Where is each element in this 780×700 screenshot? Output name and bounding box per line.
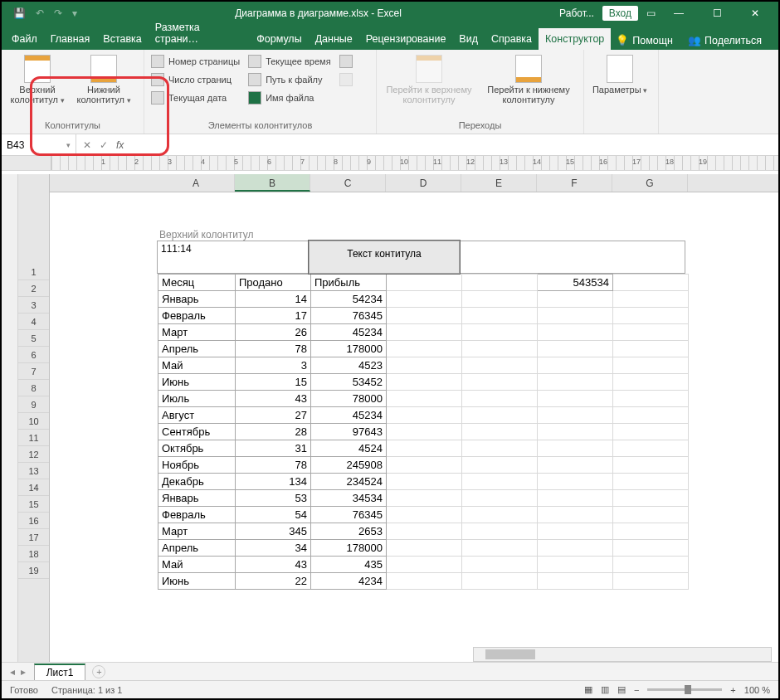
goto-top-button: Перейти к верхнему колонтитулу: [383, 55, 475, 105]
undo-icon[interactable]: ↶: [36, 7, 44, 19]
header-section-label: Верхний колонтитул: [158, 229, 778, 241]
row-header[interactable]: 13: [18, 463, 49, 479]
row-header[interactable]: 7: [18, 363, 49, 380]
view-layout-icon[interactable]: ▥: [601, 684, 609, 695]
header-top-button[interactable]: Верхний колонтитул: [8, 55, 66, 105]
zoom-out-button[interactable]: −: [634, 685, 639, 695]
page-top-icon: [24, 55, 51, 83]
zoom-slider[interactable]: [647, 688, 722, 691]
row-header[interactable]: 2: [18, 280, 49, 297]
close-button[interactable]: ✕: [740, 7, 770, 19]
qat-more-icon[interactable]: ▾: [72, 7, 77, 19]
col-header-F[interactable]: F: [537, 174, 612, 192]
page-number-button[interactable]: Номер страницы: [151, 55, 240, 68]
tab-home[interactable]: Главная: [44, 28, 97, 50]
mode-label: Работ...: [559, 7, 594, 19]
row-header[interactable]: 11: [18, 430, 49, 446]
row-header[interactable]: 5: [18, 330, 49, 347]
file-name-button[interactable]: Имя файла: [248, 91, 330, 105]
page-count-button[interactable]: Число страниц: [151, 73, 240, 86]
group-label-headers: Колонтитулы: [8, 120, 137, 132]
options-icon: [607, 55, 633, 83]
header-boxes[interactable]: 111:14 Текст контитула: [158, 241, 778, 274]
col-header-D[interactable]: D: [386, 174, 461, 192]
col-header-B[interactable]: B: [235, 174, 310, 192]
file-path-button[interactable]: Путь к файлу: [248, 73, 330, 86]
view-normal-icon[interactable]: ▦: [584, 684, 592, 695]
tab-review[interactable]: Рецензирование: [359, 28, 453, 50]
col-header-G[interactable]: G: [612, 174, 688, 192]
tab-view[interactable]: Вид: [452, 28, 485, 50]
zoom-in-button[interactable]: +: [730, 685, 735, 695]
row-header[interactable]: 15: [18, 496, 49, 513]
login-button[interactable]: Вход: [602, 6, 638, 21]
zoom-value[interactable]: 100 %: [744, 685, 770, 695]
tab-help[interactable]: Справка: [485, 28, 539, 50]
row-header[interactable]: 9: [18, 396, 49, 413]
status-ready: Готово: [10, 685, 38, 695]
picture-icon: [339, 55, 353, 68]
share-icon: 👥: [688, 34, 701, 46]
status-page: Страница: 1 из 1: [51, 685, 123, 695]
add-sheet-button[interactable]: +: [92, 665, 105, 678]
col-header-A[interactable]: A: [158, 174, 235, 192]
picture-button[interactable]: [339, 55, 353, 68]
tab-design[interactable]: Конструктор: [539, 28, 611, 50]
titlebar: 💾 ↶ ↷ ▾ Диаграмма в диаграмме.xlsx - Exc…: [2, 2, 778, 25]
row-header[interactable]: 10: [18, 413, 49, 430]
col-header-E[interactable]: E: [461, 174, 537, 192]
data-table[interactable]: МесяцПроданоПрибыль543534Январь1454234Фе…: [158, 274, 689, 590]
formula-bar-row: B43▾ ✕ ✓ fx: [2, 134, 778, 156]
row-header[interactable]: 4: [18, 314, 49, 330]
grid[interactable]: ABCDEFG Верхний колонтитул 111:14 Текст …: [50, 174, 778, 662]
goto-bottom-button[interactable]: Перейти к нижнему колонтитулу: [483, 55, 574, 105]
ruler-vertical: [2, 174, 18, 662]
tell-me[interactable]: 💡Помощн: [611, 31, 678, 50]
pages-icon: [151, 73, 164, 86]
tab-formulas[interactable]: Формулы: [250, 28, 308, 50]
minimize-button[interactable]: —: [664, 7, 694, 19]
share-button[interactable]: 👥Поделиться: [683, 31, 767, 50]
row-header[interactable]: 17: [18, 529, 49, 546]
row-header[interactable]: 12: [18, 446, 49, 463]
row-header[interactable]: 6: [18, 347, 49, 363]
save-icon[interactable]: 💾: [13, 7, 26, 19]
scrollbar-horizontal[interactable]: [473, 647, 772, 662]
view-break-icon[interactable]: ▤: [617, 684, 626, 695]
header-right-box[interactable]: [459, 241, 685, 274]
sheet-tab-1[interactable]: Лист1: [34, 664, 86, 680]
current-time-button[interactable]: Текущее время: [248, 55, 330, 68]
hash-icon: [151, 55, 164, 68]
ribbon: Верхний колонтитул Нижний колонтитул Кол…: [2, 50, 778, 134]
row-header[interactable]: 16: [18, 513, 49, 529]
cancel-icon[interactable]: ✕: [83, 139, 91, 151]
header-center-box[interactable]: Текст контитула: [309, 241, 460, 274]
tab-data[interactable]: Данные: [309, 28, 359, 50]
header-left-box[interactable]: 111:14: [157, 241, 310, 274]
ribbon-display-icon[interactable]: ▭: [646, 7, 656, 19]
tab-insert[interactable]: Вставка: [96, 28, 148, 50]
row-headers[interactable]: 12345678910111213141516171819: [18, 174, 50, 662]
col-header-C[interactable]: C: [310, 174, 386, 192]
name-box[interactable]: B43▾: [2, 134, 76, 155]
excel-icon: [248, 91, 261, 105]
column-headers[interactable]: ABCDEFG: [50, 174, 778, 192]
row-header[interactable]: 19: [18, 562, 49, 579]
redo-icon[interactable]: ↷: [54, 7, 62, 19]
options-button[interactable]: Параметры: [591, 55, 649, 95]
header-bottom-button[interactable]: Нижний колонтитул: [75, 55, 133, 105]
tab-layout[interactable]: Разметка страни…: [149, 17, 250, 50]
row-header[interactable]: 8: [18, 380, 49, 396]
sheet-nav[interactable]: ◂ ▸: [2, 666, 34, 678]
tab-file[interactable]: Файл: [5, 28, 44, 50]
group-label-elements: Элементы колонтитулов: [151, 120, 369, 132]
current-date-button[interactable]: Текущая дата: [151, 91, 240, 105]
row-header[interactable]: 1: [18, 264, 49, 280]
row-header[interactable]: 18: [18, 546, 49, 562]
row-header[interactable]: 3: [18, 297, 49, 314]
fx-icon[interactable]: fx: [116, 139, 124, 151]
ruler-horizontal: 12345678910111213141516171819: [2, 156, 778, 171]
accept-icon[interactable]: ✓: [100, 139, 108, 151]
row-header[interactable]: 14: [18, 479, 49, 496]
maximize-button[interactable]: ☐: [702, 7, 732, 19]
